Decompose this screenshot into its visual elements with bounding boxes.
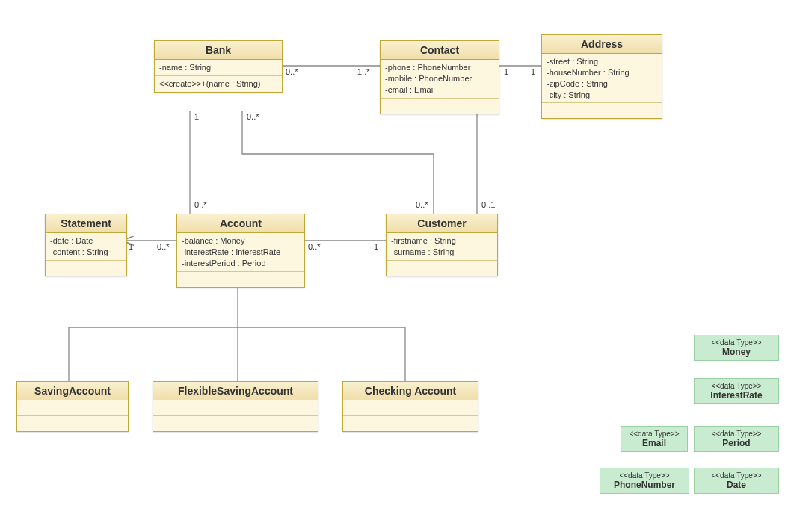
class-account-attrs: -balance : Money -interestRate : Interes… — [177, 233, 304, 272]
datatype-phone[interactable]: <<data Type>> PhoneNumber — [600, 468, 689, 494]
class-address[interactable]: Address -street : String -houseNumber : … — [541, 34, 662, 119]
class-address-attrs: -street : String -houseNumber : String -… — [542, 54, 662, 103]
mult-bank-contact-l: 0..* — [286, 67, 298, 76]
mult-account-customer-r: 1 — [374, 242, 378, 251]
mult-bank-account-b: 0..* — [194, 200, 207, 209]
mult-statement-account-l: 1 — [129, 242, 133, 251]
class-bank-title: Bank — [155, 41, 282, 60]
class-statement-attrs: -date : Date -content : String — [46, 233, 126, 261]
class-statement-title: Statement — [46, 214, 126, 233]
mult-bank-customer-t: 0..* — [247, 112, 259, 121]
class-bank-attrs: -name : String — [155, 60, 282, 76]
class-account-title: Account — [177, 214, 304, 233]
datatype-interest[interactable]: <<data Type>> InterestRate — [694, 378, 779, 404]
mult-statement-account-r: 0..* — [157, 242, 170, 251]
mult-contact-address-r: 1 — [531, 67, 535, 76]
mult-bank-account-t: 1 — [194, 112, 199, 121]
class-account[interactable]: Account -balance : Money -interestRate :… — [176, 214, 305, 288]
class-contact-title: Contact — [381, 41, 499, 60]
datatype-money[interactable]: <<data Type>> Money — [694, 335, 779, 361]
class-checking[interactable]: Checking Account — [342, 381, 478, 432]
datatype-date[interactable]: <<data Type>> Date — [694, 468, 779, 494]
class-flexible[interactable]: FlexibleSavingAccount — [153, 381, 318, 432]
class-customer-attrs: -firstname : String -surname : String — [387, 233, 497, 261]
class-contact-attrs: -phone : PhoneNumber -mobile : PhoneNumb… — [381, 60, 499, 99]
mult-bank-customer-b: 0..* — [416, 200, 428, 209]
class-saving[interactable]: SavingAccount — [16, 381, 129, 432]
class-customer-title: Customer — [387, 214, 497, 233]
mult-bank-contact-r: 1..* — [357, 67, 370, 76]
datatype-period[interactable]: <<data Type>> Period — [694, 426, 779, 452]
class-bank-ops: <<create>>+(name : String) — [155, 76, 282, 92]
class-customer[interactable]: Customer -firstname : String -surname : … — [386, 214, 498, 276]
class-address-title: Address — [542, 35, 662, 54]
class-bank[interactable]: Bank -name : String <<create>>+(name : S… — [154, 40, 283, 93]
mult-contact-address-l: 1 — [504, 67, 508, 76]
mult-account-customer-l: 0..* — [308, 242, 321, 251]
class-statement[interactable]: Statement -date : Date -content : String — [45, 214, 127, 276]
datatype-email[interactable]: <<data Type>> Email — [621, 426, 688, 452]
class-saving-title: SavingAccount — [17, 382, 128, 400]
class-checking-title: Checking Account — [343, 382, 478, 400]
mult-contact-customer-b: 0..1 — [481, 200, 495, 209]
class-contact[interactable]: Contact -phone : PhoneNumber -mobile : P… — [380, 40, 499, 114]
class-flexible-title: FlexibleSavingAccount — [153, 382, 318, 400]
